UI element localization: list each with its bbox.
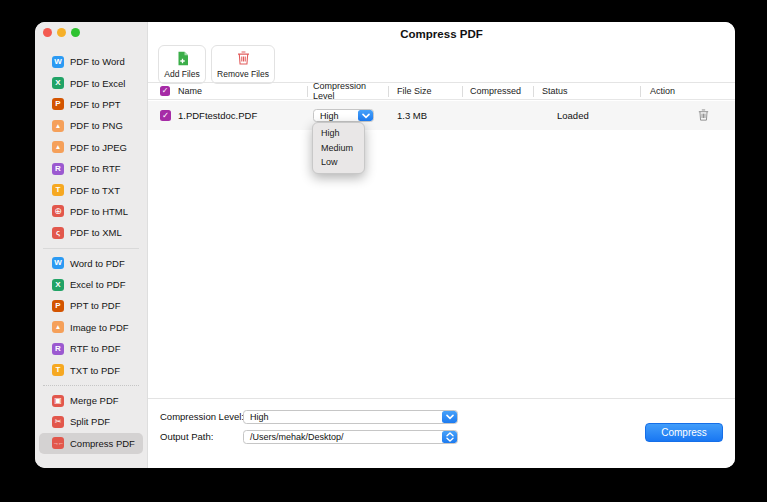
sidebar-item-label: Excel to PDF (70, 279, 125, 290)
output-path-select[interactable]: /Users/mehak/Desktop/ (243, 430, 458, 444)
sidebar-item-excel-to-pdf[interactable]: X Excel to PDF (35, 274, 147, 295)
sidebar-item-image-to-pdf[interactable]: ▲ Image to PDF (35, 317, 147, 338)
select-all-checkbox[interactable] (160, 86, 170, 96)
sidebar-item-ppt-to-pdf[interactable]: P PPT to PDF (35, 295, 147, 316)
sidebar: W PDF to Word X PDF to Excel P PDF to PP… (35, 22, 148, 468)
menu-option-medium[interactable]: Medium (313, 141, 364, 156)
split-pdf-icon: ✂ (52, 416, 64, 428)
row-compression-select[interactable]: High (313, 109, 374, 122)
sidebar-item-label: RTF to PDF (70, 343, 121, 354)
header-cell-file-size: File Size (388, 83, 462, 99)
pdf-to-excel-icon: X (52, 77, 64, 89)
sidebar-item-label: Word to PDF (70, 258, 125, 269)
chevron-down-icon[interactable] (442, 411, 457, 423)
pdf-to-xml-icon: ς (52, 227, 64, 239)
sidebar-item-label: TXT to PDF (70, 365, 120, 376)
sidebar-list: W PDF to Word X PDF to Excel P PDF to PP… (35, 51, 147, 454)
menu-option-low[interactable]: Low (313, 155, 364, 170)
cell-file-size: 1.3 MB (388, 101, 462, 130)
sidebar-item-pdf-to-xml[interactable]: ς PDF to XML (35, 222, 147, 243)
sidebar-item-split-pdf[interactable]: ✂ Split PDF (35, 411, 147, 432)
footer-compression-select[interactable]: High (243, 410, 458, 424)
add-files-label: Add Files (164, 69, 199, 79)
column-label: Compressed (470, 86, 521, 96)
status-text: Loaded (557, 110, 589, 121)
up-down-chevron-icon[interactable] (442, 431, 457, 443)
sidebar-item-pdf-to-ppt[interactable]: P PDF to PPT (35, 94, 147, 115)
sidebar-divider (43, 385, 139, 386)
header-cell-compressed: Compressed (462, 83, 533, 99)
txt-to-pdf-icon: T (52, 364, 64, 376)
sidebar-item-pdf-to-excel[interactable]: X PDF to Excel (35, 72, 147, 93)
delete-row-button[interactable] (698, 109, 709, 123)
sidebar-item-pdf-to-jpeg[interactable]: ▲ PDF to JPEG (35, 137, 147, 158)
cell-compressed (462, 101, 533, 130)
sidebar-item-label: PDF to PNG (70, 120, 123, 131)
header-cell-name: Name (148, 83, 307, 99)
sidebar-item-merge-pdf[interactable]: ▣ Merge PDF (35, 390, 147, 411)
pdf-to-png-icon: ▲ (52, 120, 64, 132)
footer-divider (148, 398, 735, 399)
menu-option-high[interactable]: High (313, 126, 364, 141)
output-path-value: /Users/mehak/Desktop/ (244, 431, 442, 443)
ppt-to-pdf-icon: P (52, 300, 64, 312)
output-path-label: Output Path: (160, 431, 213, 442)
header-cell-compression-level: Compression Level (307, 83, 388, 99)
header-cell-action: Action (640, 83, 735, 99)
compression-level-label: Compression Level: (160, 411, 244, 422)
rtf-to-pdf-icon: R (52, 343, 64, 355)
sidebar-divider (43, 248, 139, 249)
compress-pdf-icon: →← (52, 437, 64, 449)
sidebar-item-word-to-pdf[interactable]: W Word to PDF (35, 253, 147, 274)
column-label: Action (650, 86, 675, 96)
sidebar-item-label: PPT to PDF (70, 300, 121, 311)
trash-icon (237, 51, 250, 66)
column-label: Name (178, 86, 202, 96)
table-header: Name Compression Level File Size Compres… (148, 82, 735, 100)
row-checkbox[interactable] (160, 110, 171, 121)
sidebar-item-label: PDF to JPEG (70, 142, 127, 153)
sidebar-item-label: PDF to HTML (70, 206, 128, 217)
sidebar-item-label: PDF to PPT (70, 99, 121, 110)
minimize-button[interactable] (57, 28, 66, 37)
add-files-button[interactable]: Add Files (158, 45, 206, 84)
sidebar-item-label: Image to PDF (70, 322, 129, 333)
pdf-to-rtf-icon: R (52, 163, 64, 175)
sidebar-item-pdf-to-png[interactable]: ▲ PDF to PNG (35, 115, 147, 136)
page-title: Compress PDF (148, 28, 735, 40)
sidebar-item-txt-to-pdf[interactable]: T TXT to PDF (35, 359, 147, 380)
pdf-to-html-icon: ⊕ (52, 205, 64, 217)
pdf-to-jpeg-icon: ▲ (52, 141, 64, 153)
sidebar-item-pdf-to-html[interactable]: ⊕ PDF to HTML (35, 201, 147, 222)
file-size: 1.3 MB (397, 110, 427, 121)
add-file-icon (176, 51, 189, 66)
sidebar-item-label: PDF to RTF (70, 163, 121, 174)
chevron-down-icon[interactable] (358, 110, 373, 121)
header-cell-status: Status (533, 83, 640, 99)
sidebar-item-label: Compress PDF (70, 438, 135, 449)
cell-status: Loaded (533, 101, 640, 130)
sidebar-item-pdf-to-word[interactable]: W PDF to Word (35, 51, 147, 72)
zoom-button[interactable] (71, 28, 80, 37)
remove-files-button[interactable]: Remove Files (211, 45, 275, 84)
column-label: Compression Level (313, 81, 388, 101)
sidebar-item-label: PDF to XML (70, 227, 122, 238)
pdf-to-ppt-icon: P (52, 98, 64, 110)
sidebar-item-label: PDF to Excel (70, 78, 125, 89)
selected-compression-value: High (314, 110, 358, 121)
remove-files-label: Remove Files (217, 69, 269, 79)
sidebar-item-pdf-to-rtf[interactable]: R PDF to RTF (35, 158, 147, 179)
table-row: 1.PDFtestdoc.PDF High 1.3 MB Loaded (148, 101, 735, 130)
sidebar-item-label: Split PDF (70, 416, 110, 427)
compress-button[interactable]: Compress (645, 423, 723, 442)
sidebar-item-rtf-to-pdf[interactable]: R RTF to PDF (35, 338, 147, 359)
pdf-to-txt-icon: T (52, 184, 64, 196)
excel-to-pdf-icon: X (52, 279, 64, 291)
word-to-pdf-icon: W (52, 257, 64, 269)
sidebar-item-pdf-to-txt[interactable]: T PDF to TXT (35, 179, 147, 200)
cell-action (640, 101, 735, 130)
sidebar-item-compress-pdf[interactable]: →← Compress PDF (39, 433, 143, 454)
close-button[interactable] (43, 28, 52, 37)
merge-pdf-icon: ▣ (52, 395, 64, 407)
app-window: W PDF to Word X PDF to Excel P PDF to PP… (35, 22, 735, 468)
